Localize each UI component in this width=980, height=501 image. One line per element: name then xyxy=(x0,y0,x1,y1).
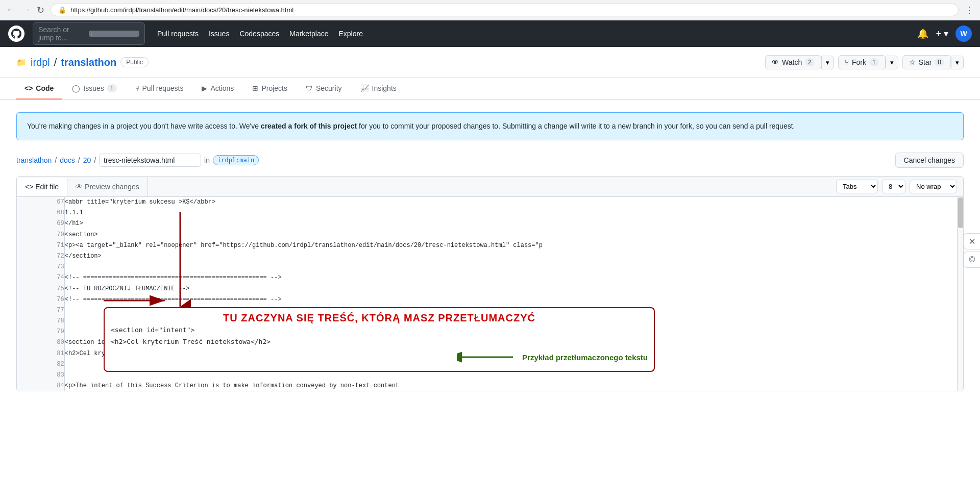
cancel-changes-button[interactable]: Cancel changes xyxy=(895,153,964,168)
info-side-btn[interactable]: © xyxy=(964,252,980,268)
plus-icon[interactable]: + ▾ xyxy=(936,28,948,39)
tab-pull-requests[interactable]: ⑂ Pull requests xyxy=(127,78,192,99)
breadcrumb-path2[interactable]: 20 xyxy=(83,156,91,164)
table-row: 69 </h1> xyxy=(17,218,956,229)
tab-actions[interactable]: ▶ Actions xyxy=(193,78,242,99)
preview-changes-tab[interactable]: 👁 Preview changes xyxy=(67,178,148,196)
code-icon: <> xyxy=(24,84,33,92)
watch-dropdown[interactable]: ▾ xyxy=(821,56,834,69)
eye-icon: 👁 xyxy=(772,58,779,66)
close-side-btn[interactable]: ✕ xyxy=(964,233,980,249)
repo-name-link[interactable]: translathon xyxy=(61,57,116,68)
repo-owner-link[interactable]: irdpl xyxy=(31,57,50,68)
code-editor[interactable]: 67 <abbr title="kryterium sukcesu >KS</a… xyxy=(17,197,963,391)
fork-button[interactable]: ⑂ Fork 1 xyxy=(838,55,886,69)
fork-icon: ⑂ xyxy=(845,58,849,66)
table-row: 74 <!-- ================================… xyxy=(17,272,956,283)
in-label: in xyxy=(204,156,210,164)
insights-icon: 📈 xyxy=(360,84,369,92)
table-row: 80 <section id="intent"> xyxy=(17,337,956,348)
repo-tabs: <> Code ◯ Issues 1 ⑂ Pull requests ▶ Act… xyxy=(0,78,980,100)
tab-insights[interactable]: 📈 Insights xyxy=(352,78,405,99)
top-nav-links: Pull requests Issues Codespaces Marketpl… xyxy=(157,30,363,38)
preview-icon: 👁 xyxy=(76,183,83,191)
tab-code[interactable]: <> Code xyxy=(16,78,62,99)
fork-count: 1 xyxy=(869,58,879,66)
alert-bold: created a fork of this project xyxy=(261,122,357,130)
table-row: 71 <p><a target="_blank" rel="noopener" … xyxy=(17,240,956,251)
pr-icon: ⑂ xyxy=(135,84,139,92)
watch-count: 2 xyxy=(805,58,815,66)
nav-issues[interactable]: Issues xyxy=(209,30,229,38)
table-row: 84 <p>The intent of this Success Criteri… xyxy=(17,381,956,391)
tab-issues[interactable]: ◯ Issues 1 xyxy=(64,78,125,99)
nav-explore[interactable]: Explore xyxy=(339,30,363,38)
repo-icon: 📁 xyxy=(16,58,27,67)
editor-panel: <> Edit file 👁 Preview changes Tabs Spac… xyxy=(16,176,964,391)
code-table: 67 <abbr title="kryterium sukcesu >KS</a… xyxy=(17,197,956,391)
browser-menu[interactable]: ⋮ xyxy=(965,5,974,16)
table-row: 68 1.1.1 xyxy=(17,208,956,218)
issues-badge: 1 xyxy=(107,84,117,92)
nav-pull-requests[interactable]: Pull requests xyxy=(157,30,199,38)
table-row: 72 </section> xyxy=(17,251,956,262)
wrap-select[interactable]: No wrap Soft wrap xyxy=(910,180,957,193)
forward-btn[interactable]: → xyxy=(21,5,31,15)
projects-icon: ⊞ xyxy=(252,84,258,92)
search-placeholder: Search or jump to... xyxy=(38,26,85,42)
table-row: 67 <abbr title="kryterium sukcesu >KS</a… xyxy=(17,197,956,208)
tab-security[interactable]: 🛡 Security xyxy=(298,78,350,99)
edit-icon: <> xyxy=(25,183,33,191)
back-btn[interactable]: ← xyxy=(6,5,15,15)
github-logo[interactable] xyxy=(8,26,24,42)
table-row: 77 xyxy=(17,305,956,316)
fork-dropdown[interactable]: ▾ xyxy=(886,56,898,69)
breadcrumb-repo[interactable]: translathon xyxy=(16,156,52,164)
star-button[interactable]: ☆ Star 0 xyxy=(902,55,951,69)
avatar[interactable]: W xyxy=(955,26,972,42)
tab-size-select[interactable]: 2 4 8 xyxy=(882,180,905,193)
tabs-select[interactable]: Tabs Spaces xyxy=(836,180,878,193)
table-row: 79 xyxy=(17,327,956,337)
watch-button[interactable]: 👁 Watch 2 xyxy=(765,55,821,69)
alert-text1: You're making changes in a project you d… xyxy=(27,122,261,130)
alert-box: You're making changes in a project you d… xyxy=(16,112,964,140)
security-icon: 🛡 xyxy=(306,84,313,92)
alert-text2: for you to commit your proposed changes … xyxy=(357,122,795,130)
visibility-badge: Public xyxy=(120,57,149,67)
side-float-panel: ✕ © xyxy=(964,233,980,268)
reload-btn[interactable]: ↻ xyxy=(37,5,44,16)
tab-projects[interactable]: ⊞ Projects xyxy=(244,78,296,99)
table-row: 81 <h2>Cel kryterium Treść nietekstowa</… xyxy=(17,348,956,359)
search-box[interactable]: Search or jump to... / xyxy=(33,22,145,45)
issue-icon: ◯ xyxy=(72,84,80,92)
table-row: 83 xyxy=(17,370,956,381)
table-row: 78 xyxy=(17,316,956,327)
star-count: 0 xyxy=(935,58,944,66)
star-icon: ☆ xyxy=(909,58,916,66)
table-row: 76 <!-- ================================… xyxy=(17,294,956,305)
actions-icon: ▶ xyxy=(202,84,207,92)
branch-badge: irdpl:main xyxy=(213,155,259,165)
table-row: 82 xyxy=(17,359,956,370)
table-row: 73 xyxy=(17,262,956,272)
filename-input[interactable] xyxy=(99,154,201,167)
lock-icon: 🔒 xyxy=(58,6,66,14)
nav-marketplace[interactable]: Marketplace xyxy=(289,30,328,38)
edit-file-tab[interactable]: <> Edit file xyxy=(17,178,67,196)
slash-shortcut: / xyxy=(89,31,139,37)
star-dropdown[interactable]: ▾ xyxy=(951,56,964,69)
table-row: 75 <!-- TU ROZPOCZNIJ TŁUMACZENIE --> xyxy=(17,284,956,294)
repo-title: 📁 irdpl / translathon Public xyxy=(16,57,149,68)
bell-icon[interactable]: 🔔 xyxy=(917,28,928,39)
breadcrumb: translathon / docs / 20 / in irdpl:main xyxy=(16,154,259,167)
code-annotation-area: 67 <abbr title="kryterium sukcesu >KS</a… xyxy=(17,197,963,391)
table-row: 70 <section> xyxy=(17,230,956,240)
nav-codespaces[interactable]: Codespaces xyxy=(239,30,279,38)
breadcrumb-path1[interactable]: docs xyxy=(60,156,75,164)
url-bar[interactable]: https://github.com/irdpl/translathon/edi… xyxy=(70,6,951,14)
